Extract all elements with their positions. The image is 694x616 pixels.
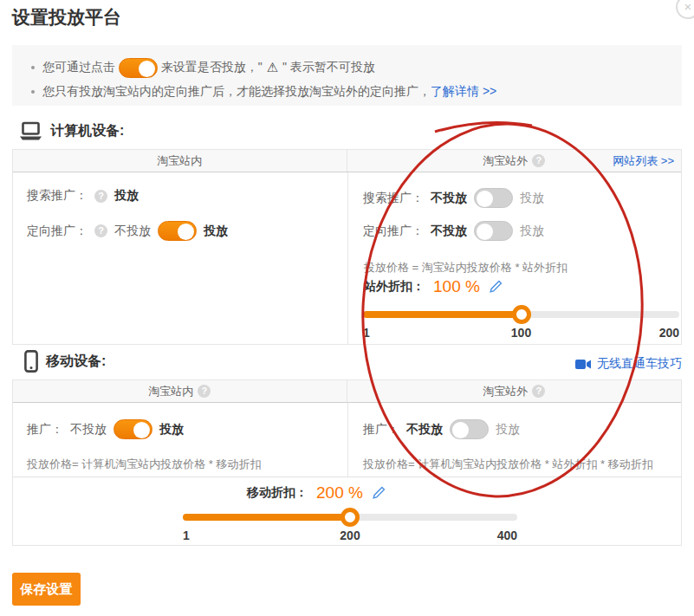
toggle-knob xyxy=(477,191,493,207)
notice-text-1a: 您可通过点击 xyxy=(42,60,119,75)
toggle-knob xyxy=(452,422,469,438)
mobile-section-label: 移动设备: xyxy=(24,350,106,373)
mobile-table: 淘宝站内 ? 淘宝站外 ? 推广： 不投放 投放 推广： 不投放 投放 投放价格… xyxy=(12,379,682,546)
help-icon[interactable]: ? xyxy=(532,154,545,167)
mobile-offsite-price-formula: 投放价格= 计算机淘宝站内投放价格 * 站外折扣 * 移动折扣 xyxy=(363,457,653,472)
edit-pencil-icon[interactable] xyxy=(489,280,503,294)
video-icon xyxy=(575,359,592,370)
slider-track[interactable] xyxy=(363,311,679,318)
mobile-icon xyxy=(24,350,38,373)
column-divider xyxy=(347,172,348,344)
pc-offsite-search-toggle[interactable] xyxy=(474,188,513,208)
warning-icon: ⚠ xyxy=(267,60,278,75)
mobile-onsite-price-formula: 投放价格= 计算机淘宝站内投放价格 * 移动折扣 xyxy=(27,457,262,472)
computer-offsite-header-label: 淘宝站外 xyxy=(483,153,528,169)
toggle-knob xyxy=(477,224,493,240)
mobile-onsite-promo-row: 推广： 不投放 投放 xyxy=(27,419,184,439)
wireless-tips-link[interactable]: 无线直通车技巧 xyxy=(575,356,682,372)
notice-text-1b: 来设置是否投放，" xyxy=(158,60,266,75)
discount-value: 100 % xyxy=(433,277,480,296)
slider-fill xyxy=(363,311,522,318)
computer-onsite-header: 淘宝站内 xyxy=(13,150,347,172)
tick-min: 1 xyxy=(183,528,190,542)
pc-onsite-targeted-toggle[interactable] xyxy=(158,221,197,241)
bullet-dot xyxy=(31,66,35,69)
on-label: 投放 xyxy=(520,191,544,206)
site-list-link[interactable]: 网站列表 >> xyxy=(613,153,674,169)
pc-offsite-targeted-toggle[interactable] xyxy=(474,221,513,241)
bullet-dot xyxy=(31,90,35,94)
toggle-knob xyxy=(178,224,194,240)
tick-max: 200 xyxy=(659,326,679,340)
computer-section-title: 计算机设备: xyxy=(50,122,124,140)
off-label: 不投放 xyxy=(114,224,151,239)
computer-icon xyxy=(19,121,42,141)
pc-offsite-price-formula: 投放价格 = 淘宝站内投放价格 * 站外折扣 xyxy=(364,260,568,276)
pc-offsite-search-row: 搜索推广： 不投放 投放 xyxy=(363,188,544,208)
slider-fill xyxy=(183,514,350,521)
learn-more-link[interactable]: 了解详情 >> xyxy=(431,84,496,100)
save-settings-button[interactable]: 保存设置 xyxy=(12,573,81,606)
off-label: 不投放 xyxy=(431,191,467,206)
toggle-knob xyxy=(139,61,155,77)
pc-offsite-discount: 站外折扣： 100 % xyxy=(364,277,503,296)
help-icon[interactable]: ? xyxy=(94,190,107,203)
row-value: 投放 xyxy=(114,188,139,204)
mobile-offsite-header: 淘宝站外 ? xyxy=(347,380,682,402)
mobile-offsite-promo-row: 推广： 不投放 投放 xyxy=(363,419,520,439)
computer-table: 淘宝站内 淘宝站外 ? 网站列表 >> 搜索推广： ? 投放 定向推广： ? 不… xyxy=(12,149,682,345)
mobile-offsite-promo-toggle[interactable] xyxy=(450,419,489,439)
mobile-onsite-promo-toggle[interactable] xyxy=(114,419,152,439)
row-label: 推广： xyxy=(363,422,399,438)
discount-value: 200 % xyxy=(316,483,363,503)
mobile-offsite-header-label: 淘宝站外 xyxy=(483,384,528,399)
example-toggle-on-icon[interactable] xyxy=(119,58,158,78)
wireless-tips-label: 无线直通车技巧 xyxy=(597,356,682,372)
mobile-table-header: 淘宝站内 ? 淘宝站外 ? xyxy=(13,380,681,403)
pc-onsite-targeted-row: 定向推广： ? 不投放 投放 xyxy=(27,221,228,241)
notice-line-2: 您只有投放淘宝站内的定向推广后，才能选择投放淘宝站外的定向推广， 了解详情 >> xyxy=(31,80,673,104)
tick-mid: 100 xyxy=(511,326,531,340)
toggle-knob xyxy=(133,422,150,438)
close-icon[interactable]: × xyxy=(676,0,694,19)
notice-text-1c: " 表示暂不可投放 xyxy=(279,60,375,75)
computer-offsite-header: 淘宝站外 ? 网站列表 >> xyxy=(347,150,682,172)
column-divider xyxy=(347,403,348,477)
slider-track[interactable] xyxy=(183,514,517,521)
tick-min: 1 xyxy=(363,326,370,340)
tick-mid: 200 xyxy=(340,528,360,542)
off-label: 不投放 xyxy=(406,422,443,438)
on-label: 投放 xyxy=(496,422,520,438)
pc-onsite-search-row: 搜索推广： ? 投放 xyxy=(27,188,139,204)
row-label: 推广： xyxy=(27,422,63,438)
slider-handle[interactable] xyxy=(512,305,531,324)
notice-text-2: 您只有投放淘宝站内的定向推广后，才能选择投放淘宝站外的定向推广， xyxy=(42,84,431,100)
on-label: 投放 xyxy=(204,224,228,239)
off-label: 不投放 xyxy=(70,422,107,438)
set-platform-dialog: × 设置投放平台 您可通过点击 来设置是否投放，" ⚠ " 表示暂不可投放 您只… xyxy=(0,0,694,616)
help-icon[interactable]: ? xyxy=(532,385,545,398)
pc-offsite-discount-slider: 1 100 200 xyxy=(363,311,679,340)
help-icon[interactable]: ? xyxy=(94,224,107,237)
mobile-onsite-header-label: 淘宝站内 xyxy=(148,384,193,399)
notice-box: 您可通过点击 来设置是否投放，" ⚠ " 表示暂不可投放 您只有投放淘宝站内的定… xyxy=(12,45,682,106)
pc-offsite-targeted-row: 定向推广： 不投放 投放 xyxy=(363,221,544,241)
slider-ticks: 1 200 400 xyxy=(183,528,517,542)
mobile-discount: 移动折扣： 200 % xyxy=(247,483,386,503)
mobile-discount-slider: 1 200 400 xyxy=(183,514,517,542)
row-label: 搜索推广： xyxy=(363,191,424,206)
mobile-section-title: 移动设备: xyxy=(46,353,106,371)
edit-pencil-icon[interactable] xyxy=(372,486,386,500)
help-icon[interactable]: ? xyxy=(198,385,211,398)
off-label: 不投放 xyxy=(431,224,467,239)
row-label: 定向推广： xyxy=(27,224,88,239)
computer-table-header: 淘宝站内 淘宝站外 ? 网站列表 >> xyxy=(13,150,681,172)
mobile-onsite-header: 淘宝站内 ? xyxy=(13,380,347,402)
slider-ticks: 1 100 200 xyxy=(363,326,679,340)
notice-line-1: 您可通过点击 来设置是否投放，" ⚠ " 表示暂不可投放 xyxy=(31,55,673,80)
computer-onsite-header-label: 淘宝站内 xyxy=(157,153,202,169)
row-label: 搜索推广： xyxy=(27,188,88,204)
page-title: 设置投放平台 xyxy=(12,5,121,29)
discount-label: 移动折扣： xyxy=(247,485,308,501)
slider-handle[interactable] xyxy=(341,508,360,527)
